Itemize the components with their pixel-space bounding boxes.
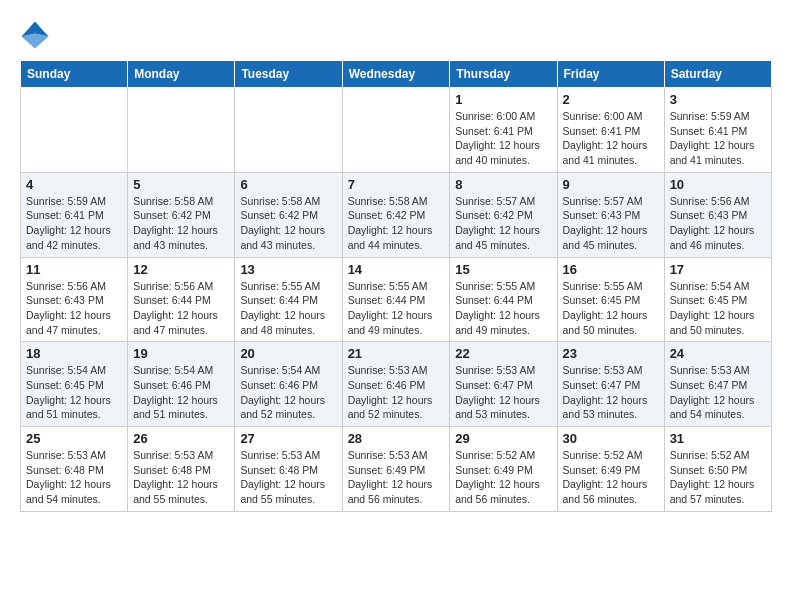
day-number: 6: [240, 177, 336, 192]
calendar-header-row: SundayMondayTuesdayWednesdayThursdayFrid…: [21, 61, 772, 88]
calendar-cell: [21, 88, 128, 173]
calendar-cell: 30Sunrise: 5:52 AM Sunset: 6:49 PM Dayli…: [557, 427, 664, 512]
day-info: Sunrise: 5:53 AM Sunset: 6:48 PM Dayligh…: [240, 448, 336, 507]
calendar-cell: 27Sunrise: 5:53 AM Sunset: 6:48 PM Dayli…: [235, 427, 342, 512]
day-number: 24: [670, 346, 766, 361]
day-number: 14: [348, 262, 445, 277]
day-number: 16: [563, 262, 659, 277]
day-info: Sunrise: 5:58 AM Sunset: 6:42 PM Dayligh…: [348, 194, 445, 253]
calendar-cell: 2Sunrise: 6:00 AM Sunset: 6:41 PM Daylig…: [557, 88, 664, 173]
day-number: 26: [133, 431, 229, 446]
calendar-cell: 10Sunrise: 5:56 AM Sunset: 6:43 PM Dayli…: [664, 172, 771, 257]
calendar-cell: 25Sunrise: 5:53 AM Sunset: 6:48 PM Dayli…: [21, 427, 128, 512]
day-info: Sunrise: 5:55 AM Sunset: 6:44 PM Dayligh…: [348, 279, 445, 338]
day-number: 23: [563, 346, 659, 361]
day-number: 1: [455, 92, 551, 107]
day-number: 15: [455, 262, 551, 277]
day-number: 21: [348, 346, 445, 361]
day-info: Sunrise: 5:59 AM Sunset: 6:41 PM Dayligh…: [670, 109, 766, 168]
day-number: 12: [133, 262, 229, 277]
day-number: 2: [563, 92, 659, 107]
day-info: Sunrise: 5:53 AM Sunset: 6:48 PM Dayligh…: [26, 448, 122, 507]
calendar-cell: 5Sunrise: 5:58 AM Sunset: 6:42 PM Daylig…: [128, 172, 235, 257]
calendar-cell: 12Sunrise: 5:56 AM Sunset: 6:44 PM Dayli…: [128, 257, 235, 342]
calendar-cell: 19Sunrise: 5:54 AM Sunset: 6:46 PM Dayli…: [128, 342, 235, 427]
day-number: 7: [348, 177, 445, 192]
day-info: Sunrise: 5:52 AM Sunset: 6:49 PM Dayligh…: [455, 448, 551, 507]
day-info: Sunrise: 5:53 AM Sunset: 6:47 PM Dayligh…: [670, 363, 766, 422]
day-info: Sunrise: 5:58 AM Sunset: 6:42 PM Dayligh…: [133, 194, 229, 253]
day-number: 19: [133, 346, 229, 361]
calendar-cell: 18Sunrise: 5:54 AM Sunset: 6:45 PM Dayli…: [21, 342, 128, 427]
col-header-thursday: Thursday: [450, 61, 557, 88]
day-number: 25: [26, 431, 122, 446]
day-info: Sunrise: 5:56 AM Sunset: 6:44 PM Dayligh…: [133, 279, 229, 338]
calendar-cell: 14Sunrise: 5:55 AM Sunset: 6:44 PM Dayli…: [342, 257, 450, 342]
day-info: Sunrise: 5:59 AM Sunset: 6:41 PM Dayligh…: [26, 194, 122, 253]
calendar-cell: 13Sunrise: 5:55 AM Sunset: 6:44 PM Dayli…: [235, 257, 342, 342]
calendar-cell: 4Sunrise: 5:59 AM Sunset: 6:41 PM Daylig…: [21, 172, 128, 257]
day-info: Sunrise: 5:55 AM Sunset: 6:44 PM Dayligh…: [455, 279, 551, 338]
page-header: [20, 20, 772, 50]
calendar-cell: 31Sunrise: 5:52 AM Sunset: 6:50 PM Dayli…: [664, 427, 771, 512]
calendar-cell: 29Sunrise: 5:52 AM Sunset: 6:49 PM Dayli…: [450, 427, 557, 512]
calendar-cell: 22Sunrise: 5:53 AM Sunset: 6:47 PM Dayli…: [450, 342, 557, 427]
calendar-cell: [235, 88, 342, 173]
col-header-tuesday: Tuesday: [235, 61, 342, 88]
day-info: Sunrise: 5:53 AM Sunset: 6:46 PM Dayligh…: [348, 363, 445, 422]
day-info: Sunrise: 5:53 AM Sunset: 6:47 PM Dayligh…: [563, 363, 659, 422]
calendar-cell: 15Sunrise: 5:55 AM Sunset: 6:44 PM Dayli…: [450, 257, 557, 342]
day-info: Sunrise: 5:56 AM Sunset: 6:43 PM Dayligh…: [26, 279, 122, 338]
day-number: 4: [26, 177, 122, 192]
day-info: Sunrise: 5:53 AM Sunset: 6:48 PM Dayligh…: [133, 448, 229, 507]
day-number: 13: [240, 262, 336, 277]
calendar-cell: 7Sunrise: 5:58 AM Sunset: 6:42 PM Daylig…: [342, 172, 450, 257]
calendar-cell: 26Sunrise: 5:53 AM Sunset: 6:48 PM Dayli…: [128, 427, 235, 512]
calendar-table: SundayMondayTuesdayWednesdayThursdayFrid…: [20, 60, 772, 512]
day-number: 20: [240, 346, 336, 361]
calendar-cell: 16Sunrise: 5:55 AM Sunset: 6:45 PM Dayli…: [557, 257, 664, 342]
calendar-cell: [342, 88, 450, 173]
calendar-cell: 28Sunrise: 5:53 AM Sunset: 6:49 PM Dayli…: [342, 427, 450, 512]
calendar-cell: [128, 88, 235, 173]
calendar-cell: 23Sunrise: 5:53 AM Sunset: 6:47 PM Dayli…: [557, 342, 664, 427]
day-info: Sunrise: 5:52 AM Sunset: 6:49 PM Dayligh…: [563, 448, 659, 507]
day-number: 30: [563, 431, 659, 446]
day-number: 9: [563, 177, 659, 192]
col-header-wednesday: Wednesday: [342, 61, 450, 88]
calendar-cell: 3Sunrise: 5:59 AM Sunset: 6:41 PM Daylig…: [664, 88, 771, 173]
day-number: 5: [133, 177, 229, 192]
calendar-cell: 24Sunrise: 5:53 AM Sunset: 6:47 PM Dayli…: [664, 342, 771, 427]
col-header-friday: Friday: [557, 61, 664, 88]
day-info: Sunrise: 5:54 AM Sunset: 6:46 PM Dayligh…: [133, 363, 229, 422]
day-number: 3: [670, 92, 766, 107]
col-header-sunday: Sunday: [21, 61, 128, 88]
day-info: Sunrise: 5:52 AM Sunset: 6:50 PM Dayligh…: [670, 448, 766, 507]
svg-marker-1: [22, 34, 49, 49]
day-info: Sunrise: 5:54 AM Sunset: 6:46 PM Dayligh…: [240, 363, 336, 422]
calendar-week-1: 1Sunrise: 6:00 AM Sunset: 6:41 PM Daylig…: [21, 88, 772, 173]
day-info: Sunrise: 5:58 AM Sunset: 6:42 PM Dayligh…: [240, 194, 336, 253]
day-info: Sunrise: 5:57 AM Sunset: 6:42 PM Dayligh…: [455, 194, 551, 253]
day-number: 17: [670, 262, 766, 277]
calendar-week-2: 4Sunrise: 5:59 AM Sunset: 6:41 PM Daylig…: [21, 172, 772, 257]
day-info: Sunrise: 6:00 AM Sunset: 6:41 PM Dayligh…: [455, 109, 551, 168]
calendar-week-3: 11Sunrise: 5:56 AM Sunset: 6:43 PM Dayli…: [21, 257, 772, 342]
logo: [20, 20, 54, 50]
calendar-cell: 11Sunrise: 5:56 AM Sunset: 6:43 PM Dayli…: [21, 257, 128, 342]
day-number: 10: [670, 177, 766, 192]
day-info: Sunrise: 5:53 AM Sunset: 6:49 PM Dayligh…: [348, 448, 445, 507]
calendar-cell: 9Sunrise: 5:57 AM Sunset: 6:43 PM Daylig…: [557, 172, 664, 257]
day-number: 18: [26, 346, 122, 361]
calendar-cell: 17Sunrise: 5:54 AM Sunset: 6:45 PM Dayli…: [664, 257, 771, 342]
day-info: Sunrise: 5:53 AM Sunset: 6:47 PM Dayligh…: [455, 363, 551, 422]
day-number: 29: [455, 431, 551, 446]
day-info: Sunrise: 6:00 AM Sunset: 6:41 PM Dayligh…: [563, 109, 659, 168]
day-info: Sunrise: 5:54 AM Sunset: 6:45 PM Dayligh…: [26, 363, 122, 422]
day-info: Sunrise: 5:56 AM Sunset: 6:43 PM Dayligh…: [670, 194, 766, 253]
day-info: Sunrise: 5:55 AM Sunset: 6:45 PM Dayligh…: [563, 279, 659, 338]
day-info: Sunrise: 5:55 AM Sunset: 6:44 PM Dayligh…: [240, 279, 336, 338]
day-info: Sunrise: 5:57 AM Sunset: 6:43 PM Dayligh…: [563, 194, 659, 253]
calendar-cell: 1Sunrise: 6:00 AM Sunset: 6:41 PM Daylig…: [450, 88, 557, 173]
day-number: 22: [455, 346, 551, 361]
